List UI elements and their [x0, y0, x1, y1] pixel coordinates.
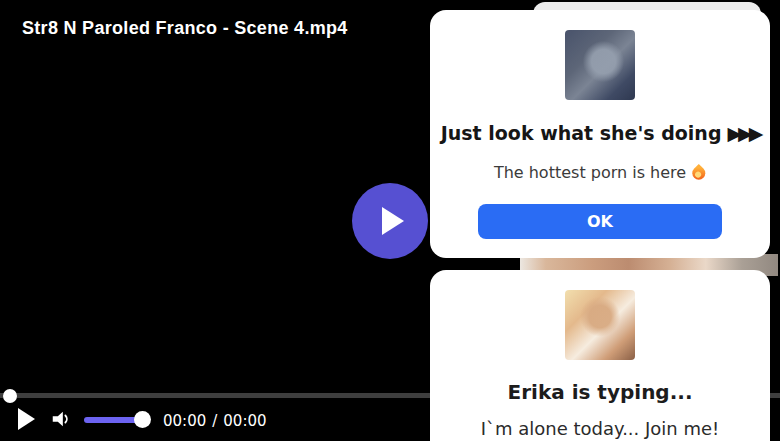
- duration: 00:00: [223, 412, 266, 430]
- page: Str8 N Paroled Franco - Scene 4.mp4 00:0…: [0, 0, 780, 441]
- chat-title: Erika is typing...: [430, 380, 770, 404]
- time-separator: /: [212, 412, 217, 430]
- video-title: Str8 N Paroled Franco - Scene 4.mp4: [22, 18, 348, 39]
- chat-avatar-image[interactable]: [565, 290, 635, 360]
- time-display: 00:00/00:00: [163, 412, 267, 430]
- fire-icon: [690, 164, 708, 182]
- big-play-button[interactable]: [352, 183, 428, 259]
- offer-thumbnail-image[interactable]: [565, 30, 635, 100]
- volume-icon[interactable]: [50, 408, 72, 430]
- offer-subtitle: The hottest porn is here: [430, 162, 770, 184]
- ok-button[interactable]: OK: [478, 204, 722, 239]
- triple-arrows-icon: ▶▶▶: [727, 122, 759, 144]
- current-time: 00:00: [163, 412, 206, 430]
- offer-title: Just look what she's doing▶▶▶: [430, 121, 770, 145]
- play-icon: [382, 207, 404, 235]
- chat-popup[interactable]: Erika is typing... I`m alone today... Jo…: [430, 270, 770, 441]
- chat-message: I`m alone today... Join me!: [430, 417, 770, 441]
- volume-thumb[interactable]: [134, 411, 151, 428]
- offer-popup[interactable]: Just look what she's doing▶▶▶ The hottes…: [430, 10, 770, 258]
- play-button[interactable]: [18, 408, 35, 430]
